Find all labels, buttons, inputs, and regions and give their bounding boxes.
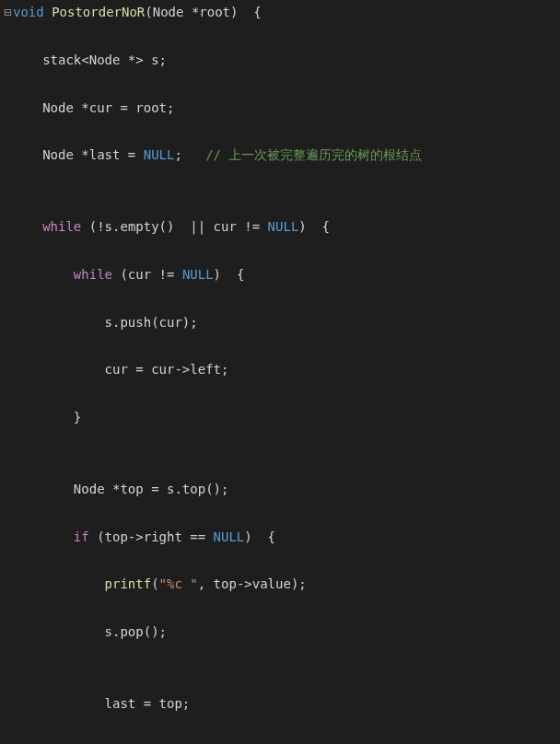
code-text: s.pop(); — [105, 624, 167, 639]
printf-call: printf — [105, 576, 152, 591]
comment: // 上一次被完整遍历完的树的根结点 — [205, 147, 422, 162]
code-line: last = top; — [0, 692, 560, 716]
null-keyword: NULL — [182, 267, 214, 282]
code-text: Node *cur = root; — [42, 100, 174, 115]
null-keyword: NULL — [268, 219, 299, 234]
keyword-void: void — [13, 5, 44, 19]
function-name: PostorderNoR — [52, 5, 145, 19]
code-line: if (top->right == NULL) { — [0, 526, 560, 550]
keyword-if: if — [74, 529, 89, 544]
code-text: stack<Node *> s; — [42, 52, 167, 67]
code-text: ) { — [298, 219, 330, 234]
code-text: (Node *root) { — [145, 5, 261, 19]
code-text: ( — [151, 576, 158, 591]
code-line: Node *cur = root; — [0, 97, 560, 121]
code-text: , top->value); — [198, 576, 307, 591]
code-line: } — [0, 740, 560, 744]
code-line: Node *last = NULL; // 上一次被完整遍历完的树的根结点 — [0, 144, 560, 168]
code-line: cur = cur->left; — [0, 358, 560, 382]
null-keyword: NULL — [144, 147, 175, 162]
null-keyword: NULL — [214, 529, 245, 544]
collapse-icon[interactable]: ⊟ — [4, 1, 13, 25]
code-line: while (cur != NULL) { — [0, 263, 560, 287]
keyword-while: while — [42, 219, 81, 234]
code-line: ⊟void PostorderNoR(Node *root) { — [0, 1, 560, 25]
code-text: } — [74, 410, 81, 424]
code-line: while (!s.empty() || cur != NULL) { — [0, 215, 560, 239]
keyword-while: while — [74, 267, 112, 282]
code-text: ; — [174, 147, 205, 162]
code-block: ⊟void PostorderNoR(Node *root) { stack<N… — [0, 0, 560, 744]
string-literal: "%c " — [159, 576, 198, 591]
code-text: cur = cur->left; — [105, 362, 229, 377]
code-text: Node *top = s.top(); — [74, 482, 229, 496]
code-line: stack<Node *> s; — [0, 49, 560, 73]
code-text: (cur != — [112, 267, 182, 282]
code-text: (top->right == — [89, 529, 214, 544]
code-text: Node *last = — [42, 147, 144, 162]
code-line: s.push(cur); — [0, 311, 560, 335]
code-text: (!s.empty() || cur != — [81, 219, 267, 234]
code-line: Node *top = s.top(); — [0, 478, 560, 502]
code-line: s.pop(); — [0, 621, 560, 645]
code-line: } — [0, 406, 560, 430]
code-text: ) { — [214, 267, 245, 282]
code-text: s.push(cur); — [105, 315, 198, 330]
code-text: ) { — [244, 529, 275, 544]
code-text: last = top; — [105, 696, 191, 711]
code-line: printf("%c ", top->value); — [0, 573, 560, 597]
